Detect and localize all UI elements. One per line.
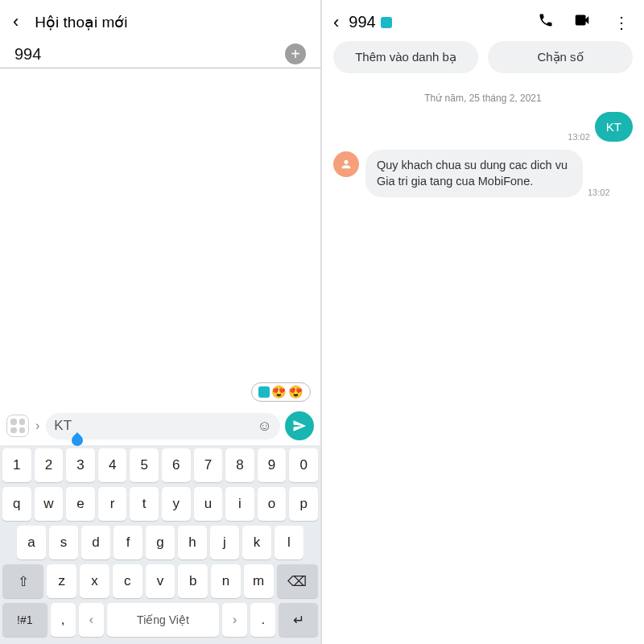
keyboard: 1234567890 qwertyuiop asdfghjkl ⇧ zxcvbn… <box>0 445 320 644</box>
key-j[interactable]: j <box>210 526 239 559</box>
key-t[interactable]: t <box>130 487 159 521</box>
key-0[interactable]: 0 <box>289 448 318 482</box>
message-bubble[interactable]: Quy khach chua su dung cac dich vu Gia t… <box>365 150 583 197</box>
enter-key[interactable]: ↵ <box>279 603 318 637</box>
key-e[interactable]: e <box>66 487 95 521</box>
key-o[interactable]: o <box>258 487 287 521</box>
header-right: ‹ 994 ⋮ <box>322 0 644 41</box>
key-b[interactable]: b <box>178 564 208 598</box>
recipient-row: + <box>0 40 320 68</box>
apps-grid-icon[interactable] <box>6 415 29 437</box>
key-q[interactable]: q <box>2 487 31 521</box>
verified-badge-icon <box>381 17 392 28</box>
emoji-icon: 😍 <box>288 385 303 399</box>
key-c[interactable]: c <box>113 564 142 598</box>
conversation-screen: ‹ 994 ⋮ Thêm vào danh bạ Chặn số Thứ năm… <box>322 0 644 644</box>
dot-key[interactable]: . <box>250 603 275 637</box>
block-button[interactable]: Chặn số <box>488 41 633 73</box>
key-3[interactable]: 3 <box>66 448 95 482</box>
add-recipient-button[interactable]: + <box>285 43 306 64</box>
page-title: Hội thoại mới <box>35 13 127 31</box>
message-time: 13:02 <box>568 132 590 142</box>
key-a[interactable]: a <box>17 526 46 559</box>
backspace-key[interactable]: ⌫ <box>277 564 318 598</box>
message-time: 13:02 <box>588 188 610 197</box>
title-text: 994 <box>349 13 375 31</box>
more-icon[interactable]: ⋮ <box>605 13 633 32</box>
key-i[interactable]: i <box>225 487 254 521</box>
right-arrow-key[interactable]: › <box>222 603 247 637</box>
key-z[interactable]: z <box>47 564 76 598</box>
shift-key[interactable]: ⇧ <box>2 564 43 598</box>
space-key[interactable]: Tiếng Việt <box>107 603 219 637</box>
compose-row: › ☺ <box>0 407 320 445</box>
key-d[interactable]: d <box>81 526 110 559</box>
key-n[interactable]: n <box>211 564 241 598</box>
messages-list: 13:02 KT Quy khach chua su dung cac dich… <box>322 112 644 197</box>
key-6[interactable]: 6 <box>162 448 191 482</box>
message-outgoing: 13:02 KT <box>568 112 633 142</box>
sticker-icon[interactable]: ☺ <box>258 418 272 435</box>
conversation-title: 994 <box>349 13 523 31</box>
message-incoming: Quy khach chua su dung cac dich vu Gia t… <box>333 150 610 197</box>
key-8[interactable]: 8 <box>225 448 254 482</box>
send-button[interactable] <box>285 411 314 440</box>
recipient-input[interactable] <box>14 45 285 64</box>
key-s[interactable]: s <box>49 526 78 559</box>
message-bubble[interactable]: KT <box>595 112 633 142</box>
comma-key[interactable]: , <box>51 603 76 637</box>
expand-icon[interactable]: › <box>34 419 41 433</box>
compose-screen: ‹ Hội thoại mới + 😍 😍 › ☺ 1234567890 qwe… <box>0 0 322 644</box>
key-7[interactable]: 7 <box>194 448 223 482</box>
key-r[interactable]: r <box>98 487 127 521</box>
left-arrow-key[interactable]: ‹ <box>79 603 104 637</box>
back-icon[interactable]: ‹ <box>333 12 339 33</box>
incoming-wrap: Quy khach chua su dung cac dich vu Gia t… <box>365 150 610 197</box>
key-x[interactable]: x <box>80 564 109 598</box>
key-u[interactable]: u <box>194 487 223 521</box>
key-p[interactable]: p <box>289 487 318 521</box>
add-contact-button[interactable]: Thêm vào danh bạ <box>333 41 478 73</box>
key-k[interactable]: k <box>242 526 271 559</box>
key-2[interactable]: 2 <box>35 448 64 482</box>
key-l[interactable]: l <box>275 526 303 559</box>
call-icon[interactable] <box>533 12 559 32</box>
video-call-icon[interactable] <box>568 11 596 33</box>
gif-icon <box>258 386 270 398</box>
key-5[interactable]: 5 <box>130 448 159 482</box>
compose-input-wrap: ☺ <box>46 413 280 440</box>
key-y[interactable]: y <box>162 487 191 521</box>
symbols-key[interactable]: !#1 <box>2 603 47 637</box>
avatar-icon[interactable] <box>333 151 359 177</box>
key-4[interactable]: 4 <box>98 448 127 482</box>
keyboard-bottom-row: !#1 , ‹ Tiếng Việt › . ↵ <box>2 603 318 637</box>
key-g[interactable]: g <box>146 526 175 559</box>
back-icon[interactable]: ‹ <box>13 11 19 32</box>
key-v[interactable]: v <box>146 564 175 598</box>
action-row: Thêm vào danh bạ Chặn số <box>322 41 644 81</box>
message-area: 😍 😍 <box>0 72 320 407</box>
key-1[interactable]: 1 <box>2 448 31 482</box>
key-h[interactable]: h <box>178 526 207 559</box>
key-9[interactable]: 9 <box>258 448 287 482</box>
emoji-suggestion-pill[interactable]: 😍 😍 <box>251 382 311 402</box>
header-left: ‹ Hội thoại mới <box>0 0 320 40</box>
key-w[interactable]: w <box>35 487 64 521</box>
key-f[interactable]: f <box>114 526 142 559</box>
message-input[interactable] <box>54 418 257 434</box>
date-label: Thứ năm, 25 tháng 2, 2021 <box>322 81 644 112</box>
key-m[interactable]: m <box>244 564 274 598</box>
emoji-icon: 😍 <box>271 385 287 399</box>
